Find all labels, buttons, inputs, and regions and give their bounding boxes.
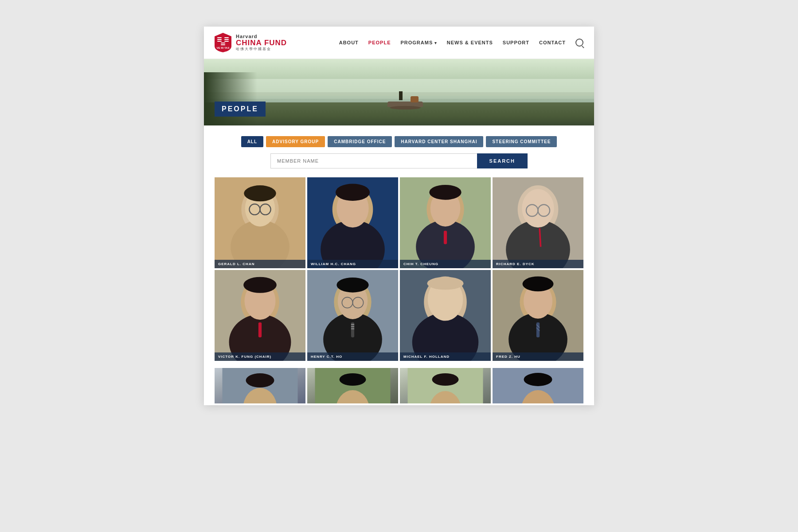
person-name-chan: GERALD L. CHAN bbox=[215, 260, 305, 268]
search-button[interactable]: SEARCH bbox=[477, 153, 528, 168]
person-photo-hu bbox=[493, 270, 583, 361]
svg-point-26 bbox=[429, 185, 461, 200]
person-name-dyck: RICHARD E. DYCK bbox=[493, 260, 583, 268]
svg-text:VE RI TAS: VE RI TAS bbox=[217, 47, 230, 49]
header: VE RI TAS Harvard CHINA FUND 哈佛大學中國基金 AB… bbox=[204, 27, 594, 59]
person-card-row3b[interactable] bbox=[307, 368, 398, 403]
nav-support[interactable]: SUPPORT bbox=[503, 40, 529, 45]
nav-about[interactable]: ABOUT bbox=[339, 40, 359, 45]
svg-rect-7 bbox=[221, 44, 225, 45]
svg-point-21 bbox=[336, 184, 370, 201]
nav-people[interactable]: PEOPLE bbox=[368, 40, 391, 45]
search-bar: SEARCH bbox=[270, 153, 528, 168]
svg-point-46 bbox=[336, 278, 368, 293]
person-photo-row3a bbox=[215, 368, 305, 403]
people-grid-partial bbox=[204, 368, 594, 405]
people-grid: GERALD L. CHAN WILLIAM H.C. CHANG bbox=[204, 176, 594, 368]
svg-rect-0 bbox=[217, 37, 222, 38]
svg-rect-41 bbox=[258, 322, 262, 337]
svg-rect-27 bbox=[444, 231, 447, 244]
logo-text: Harvard CHINA FUND 哈佛大學中國基金 bbox=[236, 34, 287, 51]
nav-news-events[interactable]: NEWS & EVENTS bbox=[447, 40, 493, 45]
person-photo-chang bbox=[307, 177, 398, 268]
hero-cow bbox=[411, 96, 419, 102]
svg-rect-5 bbox=[224, 41, 229, 42]
svg-point-68 bbox=[246, 373, 274, 387]
person-card-ho[interactable]: HENRY C.T. HO bbox=[307, 270, 398, 361]
hero-trees bbox=[204, 72, 257, 125]
person-card-holland[interactable]: MICHAEL F. HOLLAND bbox=[400, 270, 491, 361]
svg-point-74 bbox=[432, 373, 459, 386]
svg-point-57 bbox=[427, 277, 464, 290]
person-image-cheung bbox=[400, 177, 491, 268]
person-photo-chan bbox=[215, 177, 305, 268]
svg-rect-1 bbox=[217, 39, 222, 40]
svg-rect-3 bbox=[224, 37, 229, 38]
filter-section: ALL ADVISORY GROUP CAMBRIDGE OFFICE HARV… bbox=[204, 125, 594, 176]
person-image-holland bbox=[400, 270, 491, 361]
filter-all-button[interactable]: ALL bbox=[241, 136, 263, 147]
person-card-dyck[interactable]: RICHARD E. DYCK bbox=[493, 177, 583, 268]
logo-china-fund-label: CHINA FUND bbox=[236, 39, 287, 47]
person-name-fung: VICTOR K. FUNG (CHAIR) bbox=[215, 352, 305, 361]
search-input[interactable] bbox=[270, 153, 477, 168]
person-card-fung[interactable]: VICTOR K. FUNG (CHAIR) bbox=[215, 270, 305, 361]
svg-rect-6 bbox=[221, 43, 225, 43]
person-card-row3a[interactable] bbox=[215, 368, 305, 403]
filter-advisory-button[interactable]: ADVISORY GROUP bbox=[266, 136, 325, 147]
person-photo-row3b bbox=[307, 368, 398, 403]
person-card-row3c[interactable] bbox=[400, 368, 491, 403]
person-photo-ho bbox=[307, 270, 398, 361]
svg-line-35 bbox=[540, 228, 540, 247]
person-photo-cheung bbox=[400, 177, 491, 268]
hero-banner: PEOPLE bbox=[204, 59, 594, 125]
svg-rect-4 bbox=[224, 39, 229, 40]
search-icon[interactable] bbox=[575, 39, 583, 47]
person-image-row3d bbox=[493, 368, 583, 403]
hero-bridge bbox=[387, 102, 423, 107]
main-nav: ABOUT PEOPLE PROGRAMS NEWS & EVENTS SUPP… bbox=[339, 39, 583, 47]
person-image-fung bbox=[215, 270, 305, 361]
person-photo-dyck bbox=[493, 177, 583, 268]
person-image-row3a bbox=[215, 368, 305, 403]
hero-label: PEOPLE bbox=[215, 102, 266, 117]
logo[interactable]: VE RI TAS Harvard CHINA FUND 哈佛大學中國基金 bbox=[215, 33, 287, 52]
person-name-hu: FRED Z. HU bbox=[493, 352, 583, 361]
person-name-chang: WILLIAM H.C. CHANG bbox=[307, 260, 398, 268]
page-wrapper: VE RI TAS Harvard CHINA FUND 哈佛大學中國基金 AB… bbox=[204, 27, 594, 405]
svg-point-71 bbox=[340, 373, 366, 386]
person-photo-fung bbox=[215, 270, 305, 361]
nav-programs[interactable]: PROGRAMS bbox=[400, 40, 437, 45]
filter-steering-button[interactable]: STEERING COMMITTEE bbox=[486, 136, 557, 147]
person-image-row3c bbox=[400, 368, 491, 403]
person-card-chang[interactable]: WILLIAM H.C. CHANG bbox=[307, 177, 398, 268]
person-photo-row3d bbox=[493, 368, 583, 403]
svg-point-62 bbox=[523, 276, 554, 291]
filter-cambridge-button[interactable]: CAMBRIDGE OFFICE bbox=[328, 136, 392, 147]
person-card-cheung[interactable]: CHIH T. CHEUNG bbox=[400, 177, 491, 268]
person-image-row3b bbox=[307, 368, 398, 403]
person-card-chan[interactable]: GERALD L. CHAN bbox=[215, 177, 305, 268]
person-card-hu[interactable]: FRED Z. HU bbox=[493, 270, 583, 361]
svg-point-77 bbox=[524, 373, 552, 386]
person-name-holland: MICHAEL F. HOLLAND bbox=[400, 352, 491, 361]
nav-contact[interactable]: CONTACT bbox=[539, 40, 566, 45]
person-image-ho bbox=[307, 270, 398, 361]
person-name-cheung: CHIH T. CHEUNG bbox=[400, 260, 491, 268]
svg-point-40 bbox=[243, 277, 277, 293]
harvard-shield-icon: VE RI TAS bbox=[215, 33, 231, 52]
person-card-row3d[interactable] bbox=[493, 368, 583, 403]
logo-chinese-label: 哈佛大學中國基金 bbox=[236, 47, 287, 51]
filter-harvard-shanghai-button[interactable]: HARVARD CENTER SHANGHAI bbox=[395, 136, 483, 147]
hero-figure bbox=[399, 91, 403, 100]
person-name-ho: HENRY C.T. HO bbox=[307, 352, 398, 361]
person-image-chang bbox=[307, 177, 398, 268]
person-photo-holland bbox=[400, 270, 491, 361]
svg-rect-2 bbox=[217, 41, 222, 42]
person-image-hu bbox=[493, 270, 583, 361]
svg-point-16 bbox=[244, 185, 276, 201]
person-image-dyck bbox=[493, 177, 583, 268]
person-photo-row3c bbox=[400, 368, 491, 403]
filter-buttons: ALL ADVISORY GROUP CAMBRIDGE OFFICE HARV… bbox=[241, 136, 557, 147]
person-image-chan bbox=[215, 177, 305, 268]
